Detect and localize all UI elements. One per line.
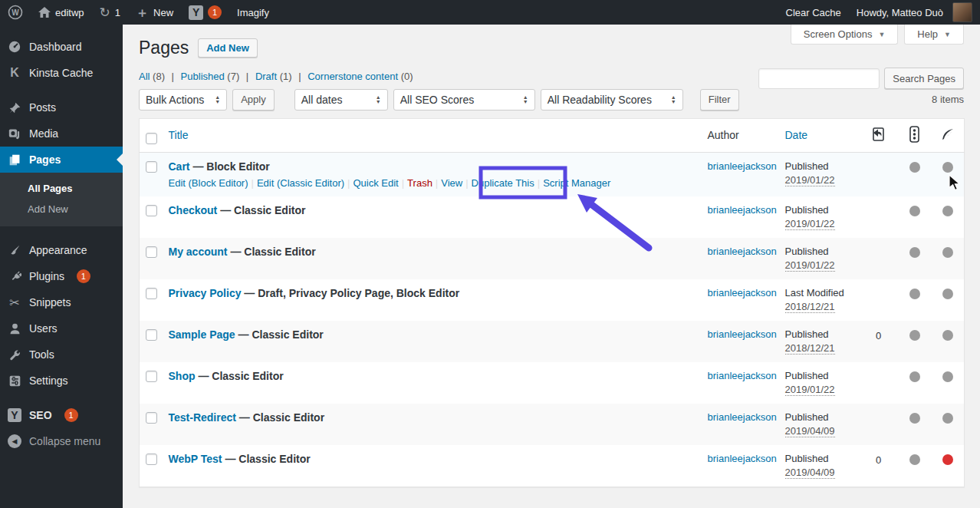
readability-scores-filter-select[interactable]: All Readability Scores ▲▼ <box>541 89 683 111</box>
page-title-link[interactable]: Privacy Policy <box>169 287 242 299</box>
sidebar-item-tools[interactable]: Tools <box>0 341 123 368</box>
help-tab[interactable]: Help ▼ <box>904 25 964 45</box>
scissors-icon: ✂ <box>7 295 22 310</box>
plugin-icon <box>7 270 22 283</box>
author-link[interactable]: brianleejackson <box>708 411 778 423</box>
sidebar-item-plugins[interactable]: Plugins 1 <box>0 263 123 289</box>
search-input[interactable] <box>758 68 880 89</box>
author-link[interactable]: brianleejackson <box>708 160 778 172</box>
admin-sidebar: Dashboard K Kinsta Cache Posts Media Pag… <box>0 25 123 508</box>
page-title-link[interactable]: Shop <box>169 370 196 382</box>
trash-link[interactable]: Trash <box>407 177 432 189</box>
row-checkbox[interactable] <box>146 205 157 216</box>
sidebar-item-snippets[interactable]: ✂ Snippets <box>0 289 123 315</box>
sidebar-item-seo[interactable]: Y SEO 1 <box>0 402 123 428</box>
select-all-checkbox[interactable] <box>146 133 157 144</box>
settings-icon <box>7 374 22 388</box>
clear-cache-button[interactable]: Clear Cache <box>778 0 849 25</box>
collapse-menu-button[interactable]: ◀ Collapse menu <box>0 428 123 454</box>
edit-block-editor-link[interactable]: Edit (Block Editor) <box>169 177 248 189</box>
author-link[interactable]: brianleejackson <box>708 328 778 340</box>
sidebar-item-dashboard[interactable]: Dashboard <box>0 34 123 60</box>
author-link[interactable]: brianleejackson <box>708 370 778 381</box>
view-draft-link[interactable]: Draft <box>255 71 277 82</box>
seo-score-dot <box>909 247 920 258</box>
row-checkbox[interactable] <box>146 412 157 424</box>
plugins-update-badge: 1 <box>77 269 90 283</box>
script-manager-icon <box>871 127 886 142</box>
edit-classic-editor-link[interactable]: Edit (Classic Editor) <box>257 177 344 189</box>
yoast-notification-badge: 1 <box>208 5 222 19</box>
publish-date: 2019/01/22 <box>785 259 835 272</box>
sidebar-item-posts[interactable]: Posts <box>0 94 123 120</box>
readability-dot <box>942 247 953 258</box>
page-title-link[interactable]: Test-Redirect <box>169 411 236 424</box>
author-link[interactable]: brianleejackson <box>708 204 778 216</box>
avatar <box>952 2 972 22</box>
script-manager-column-header <box>860 118 897 152</box>
howdy-label: Howdy, Matteo Duò <box>857 7 943 18</box>
page-title-link[interactable]: Checkout <box>169 204 218 216</box>
add-new-button[interactable]: Add New <box>198 38 258 58</box>
sidebar-item-users[interactable]: Users <box>0 315 123 341</box>
author-link[interactable]: brianleejackson <box>708 453 778 464</box>
readability-dot <box>942 289 953 299</box>
page-title-link[interactable]: My account <box>169 246 228 258</box>
seo-scores-filter-select[interactable]: All SEO Scores ▲▼ <box>393 89 535 111</box>
row-checkbox[interactable] <box>146 161 157 173</box>
sidebar-item-all-pages[interactable]: All Pages <box>0 178 123 199</box>
wrench-icon <box>7 348 22 361</box>
row-checkbox[interactable] <box>146 288 157 299</box>
page-title-link[interactable]: Sample Page <box>169 328 235 341</box>
kinsta-icon: K <box>7 66 22 80</box>
page-title-link[interactable]: WebP Test <box>169 453 222 465</box>
yoast-icon: Y <box>7 408 22 422</box>
quick-edit-link[interactable]: Quick Edit <box>353 177 398 189</box>
view-link[interactable]: View <box>441 177 462 189</box>
row-checkbox[interactable] <box>146 246 157 258</box>
table-row: Privacy Policy — Draft, Privacy Policy P… <box>140 279 965 321</box>
publish-date: 2019/01/22 <box>785 174 835 186</box>
publish-date: 2018/12/21 <box>785 342 835 355</box>
script-manager-link[interactable]: Script Manager <box>543 177 610 189</box>
updates-menu[interactable]: ↻ 1 <box>92 0 128 25</box>
wordpress-logo: W <box>8 5 23 20</box>
sidebar-item-pages[interactable]: Pages <box>0 147 123 173</box>
view-all-link[interactable]: All <box>139 71 150 82</box>
sidebar-item-appearance[interactable]: Appearance <box>0 237 123 263</box>
main-content: Screen Options ▼ Help ▼ Pages Add New Se… <box>123 25 980 508</box>
sort-title-header[interactable]: Title <box>169 129 189 141</box>
search-pages-button[interactable]: Search Pages <box>884 68 964 89</box>
view-cornerstone-link[interactable]: Cornerstone content <box>307 71 398 82</box>
sidebar-item-settings[interactable]: Settings <box>0 368 123 394</box>
author-link[interactable]: brianleejackson <box>708 287 778 299</box>
apply-button[interactable]: Apply <box>232 89 275 111</box>
duplicate-this-link[interactable]: Duplicate This <box>472 177 534 189</box>
row-checkbox[interactable] <box>146 329 157 341</box>
filter-button[interactable]: Filter <box>700 89 739 111</box>
dates-filter-select[interactable]: All dates ▲▼ <box>294 89 388 111</box>
new-label: New <box>153 7 173 18</box>
sidebar-item-add-new[interactable]: Add New <box>0 199 123 219</box>
sort-date-header[interactable]: Date <box>785 129 808 141</box>
sidebar-item-media[interactable]: Media <box>0 120 123 147</box>
sidebar-item-kinsta-cache[interactable]: K Kinsta Cache <box>0 60 123 86</box>
row-checkbox[interactable] <box>146 371 157 382</box>
admin-bar: W editwp ↻ 1 ＋ New Y 1 Imagify Clear Cac… <box>0 0 980 25</box>
table-row: WebP Test — Classic Editor brianleejacks… <box>140 445 965 487</box>
author-link[interactable]: brianleejackson <box>708 246 778 257</box>
yoast-menu[interactable]: Y 1 <box>181 0 229 25</box>
readability-dot <box>942 413 953 424</box>
wordpress-menu[interactable]: W <box>0 0 31 25</box>
bulk-actions-select[interactable]: Bulk Actions ▲▼ <box>139 89 227 111</box>
row-checkbox[interactable] <box>146 454 157 465</box>
imagify-menu[interactable]: Imagify <box>229 0 277 25</box>
new-content-menu[interactable]: ＋ New <box>128 0 181 25</box>
view-published-link[interactable]: Published <box>181 71 225 82</box>
home-icon <box>38 7 51 18</box>
page-title-link[interactable]: Cart <box>169 160 190 173</box>
site-name-menu[interactable]: editwp <box>31 0 92 25</box>
publish-date: 2019/04/09 <box>785 467 835 479</box>
my-account-menu[interactable]: Howdy, Matteo Duò <box>849 0 980 25</box>
screen-options-tab[interactable]: Screen Options ▼ <box>791 25 899 45</box>
